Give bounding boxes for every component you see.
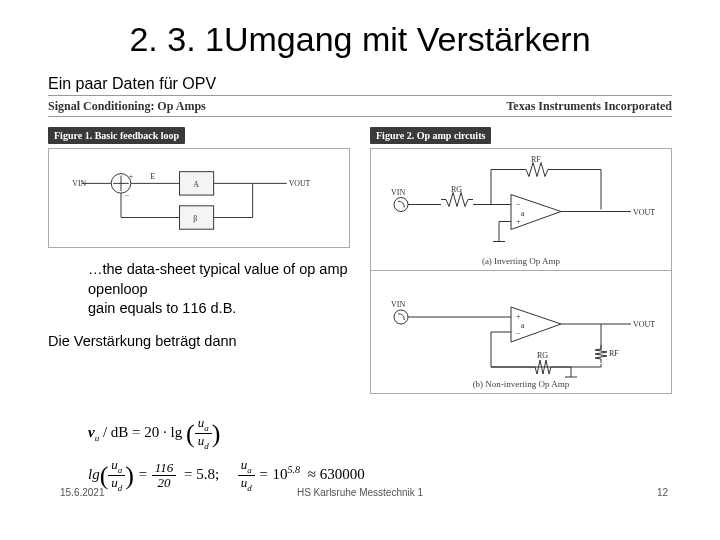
datasheet-quote: …the data-sheet typical value of op amp …	[48, 260, 350, 319]
subtitle: Ein paar Daten für OPV	[0, 75, 720, 93]
feedback-loop-diagram: + − VIN E A VOUT β	[59, 159, 339, 237]
svg-text:VIN: VIN	[391, 300, 405, 309]
figures-row: Figure 1. Basic feedback loop + − VIN E …	[0, 125, 720, 394]
footer-center: HS Karlsruhe Messtechnik 1	[297, 487, 423, 498]
svg-text:E: E	[150, 172, 155, 181]
svg-text:VIN: VIN	[391, 188, 405, 197]
gain-note: Die Verstärkung beträgt dann	[48, 333, 350, 349]
figure-2-column: Figure 2. Op amp circuits VIN RG RF	[370, 125, 672, 394]
svg-text:RF: RF	[609, 349, 619, 358]
figure-1-column: Figure 1. Basic feedback loop + − VIN E …	[48, 125, 350, 394]
svg-text:−: −	[125, 191, 130, 200]
figure-2-label: Figure 2. Op amp circuits	[370, 127, 491, 144]
figure-2a-caption: (a) Inverting Op Amp	[482, 256, 560, 266]
svg-text:RG: RG	[537, 351, 548, 360]
svg-text:RG: RG	[451, 185, 462, 194]
figure-2b-caption: (b) Non-inverting Op Amp	[473, 379, 570, 389]
svg-text:VOUT: VOUT	[633, 320, 655, 329]
footer-page-number: 12	[657, 487, 668, 498]
figure-2-box: VIN RG RF a − +	[370, 148, 672, 394]
svg-text:−: −	[516, 200, 521, 209]
inverting-opamp-diagram: VIN RG RF a − +	[371, 149, 671, 270]
svg-text:−: −	[516, 329, 521, 338]
figure-2a: VIN RG RF a − +	[371, 149, 671, 271]
svg-text:+: +	[516, 312, 521, 321]
svg-text:a: a	[521, 209, 525, 218]
svg-text:+: +	[516, 217, 521, 226]
formula-1: vu / dB = 20 · lg ( ua ud )	[88, 416, 220, 452]
formula-row: vu / dB = 20 · lg ( ua ud )	[0, 416, 720, 452]
banner-left: Signal Conditioning: Op Amps	[48, 99, 206, 114]
figure-2b: VIN a + − RG VOUT	[371, 271, 671, 393]
noninverting-opamp-diagram: VIN a + − RG VOUT	[371, 271, 671, 393]
footer-date: 15.6.2021	[60, 487, 105, 498]
svg-text:RF: RF	[531, 155, 541, 164]
page-title: 2. 3. 1Umgang mit Verstärkern	[0, 0, 720, 75]
figure-1-label: Figure 1. Basic feedback loop	[48, 127, 185, 144]
svg-text:VOUT: VOUT	[289, 179, 311, 188]
svg-point-20	[394, 198, 408, 212]
banner-right: Texas Instruments Incorporated	[506, 99, 672, 114]
svg-text:A: A	[193, 180, 199, 189]
figure-1-box: + − VIN E A VOUT β	[48, 148, 350, 248]
svg-text:VOUT: VOUT	[633, 208, 655, 217]
svg-text:+: +	[129, 172, 134, 181]
svg-point-39	[394, 310, 408, 324]
banner: Signal Conditioning: Op Amps Texas Instr…	[48, 95, 672, 117]
svg-text:a: a	[521, 321, 525, 330]
svg-text:β: β	[193, 214, 197, 223]
svg-text:VIN: VIN	[72, 179, 86, 188]
